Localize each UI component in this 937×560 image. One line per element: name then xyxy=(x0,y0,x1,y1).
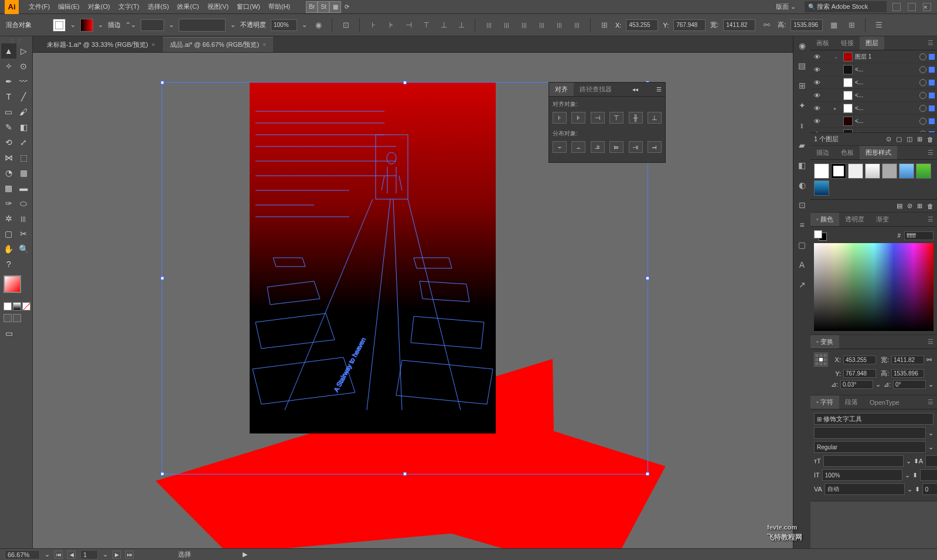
panel-menu-icon[interactable]: ☰ xyxy=(653,86,665,93)
th-input[interactable] xyxy=(891,369,924,378)
style-swatch[interactable] xyxy=(865,163,880,179)
kerning-input[interactable] xyxy=(824,483,905,495)
rectangle-tool[interactable]: ▭ xyxy=(1,104,16,119)
make-clip-icon[interactable]: ▢ xyxy=(896,135,902,143)
dropdown-icon[interactable]: ⌄ xyxy=(905,472,910,479)
layer-name-label[interactable]: <... xyxy=(855,131,917,132)
link-wh-icon[interactable]: ⚯ xyxy=(926,356,932,364)
visibility-toggle-icon[interactable]: 👁 xyxy=(813,131,821,133)
font-size-input[interactable] xyxy=(823,455,904,467)
hscale-input[interactable] xyxy=(920,469,937,481)
selection-handle[interactable] xyxy=(646,276,649,280)
strip-transparency-icon[interactable]: ◧ xyxy=(796,159,808,171)
style-swatch[interactable] xyxy=(882,163,897,179)
mesh-tool[interactable]: ▩ xyxy=(1,180,16,196)
target-icon[interactable] xyxy=(919,131,926,133)
stroke-stepper-icon[interactable]: ⌃⌄ xyxy=(125,21,136,29)
menu-file[interactable]: 文件(F) xyxy=(25,2,54,11)
free-transform-tool[interactable]: ⬚ xyxy=(16,150,32,165)
strip-stroke-icon[interactable]: ⫾ xyxy=(796,119,808,131)
stroke-weight-input[interactable] xyxy=(141,19,164,31)
eraser-tool[interactable]: ◧ xyxy=(16,119,32,135)
layer-row[interactable]: 👁 <... xyxy=(810,128,937,132)
target-icon[interactable] xyxy=(919,53,926,60)
fill-indicator[interactable]: ? xyxy=(1,257,16,272)
stock-icon[interactable]: St xyxy=(318,1,329,13)
shape-builder-tool[interactable]: ◔ xyxy=(1,165,16,180)
panel-menu-icon[interactable]: ☰ xyxy=(924,216,937,223)
style-swatch[interactable] xyxy=(916,163,931,179)
dist-5-icon[interactable]: ⫼ xyxy=(553,19,565,32)
angle-dropdown-icon[interactable]: ⌄ xyxy=(875,381,881,388)
search-stock[interactable]: 🔍 搜索 Adobe Stock xyxy=(805,1,887,12)
blend-tool[interactable]: ⬭ xyxy=(16,196,32,211)
layer-row[interactable]: 👁 <... xyxy=(810,115,937,128)
bridge-icon[interactable]: Br xyxy=(306,1,318,13)
dist-4-icon[interactable]: ⫼ xyxy=(535,19,548,32)
align-left-btn[interactable]: ⊦ xyxy=(553,112,567,124)
delete-style-icon[interactable]: 🗑 xyxy=(927,203,933,210)
extra-icon[interactable]: ⊞ xyxy=(845,19,858,32)
graphic-styles-tab[interactable]: 图形样式 xyxy=(860,146,897,159)
layer-row[interactable]: 👁 <... xyxy=(810,76,937,89)
layer-row[interactable]: 👁 <... xyxy=(810,89,937,102)
strip-gradient-icon[interactable]: ▰ xyxy=(796,139,808,151)
brush-dropdown[interactable] xyxy=(179,19,226,32)
target-icon[interactable] xyxy=(919,79,926,86)
first-artboard-btn[interactable]: ⏮ xyxy=(54,551,63,559)
lasso-tool[interactable]: ⊙ xyxy=(16,59,32,74)
screen-mode-full[interactable] xyxy=(13,314,21,322)
brush-dropdown-arrow[interactable]: ⌄ xyxy=(230,21,236,29)
strip-graphic-styles-icon[interactable]: ⊡ xyxy=(796,199,808,211)
artboard-dropdown-icon[interactable]: ⌄ xyxy=(103,551,108,558)
strip-symbols-icon[interactable]: ✦ xyxy=(796,100,808,111)
visibility-toggle-icon[interactable]: 👁 xyxy=(813,118,821,125)
dist-right-btn[interactable]: ⫤ xyxy=(648,141,662,153)
break-link-icon[interactable]: ⊘ xyxy=(907,202,912,210)
symbol-sprayer-tool[interactable]: ✲ xyxy=(1,211,16,226)
tx-input[interactable] xyxy=(843,356,876,364)
align-vcenter-btn[interactable]: ╫ xyxy=(629,112,643,124)
vscale-input[interactable] xyxy=(822,469,902,481)
color-mode-gradient[interactable] xyxy=(13,302,21,310)
strip-character-icon[interactable]: A xyxy=(796,259,808,271)
expand-arrow-icon[interactable]: ⌄ xyxy=(834,54,841,60)
style-lib-icon[interactable]: ▤ xyxy=(897,202,902,210)
rotate-tool[interactable]: ⟲ xyxy=(1,135,16,150)
layer-name-label[interactable]: <... xyxy=(855,105,917,111)
color-tab[interactable]: ◦ 颜色 xyxy=(810,213,839,226)
shaper-tool[interactable]: ✎ xyxy=(1,119,16,135)
curvature-tool[interactable]: 〰 xyxy=(16,74,32,89)
dropdown-icon[interactable]: ⌄ xyxy=(928,443,933,451)
x-input[interactable] xyxy=(626,19,658,31)
expand-arrow-icon[interactable]: ▸ xyxy=(834,105,841,111)
dropdown-icon[interactable]: ⌄ xyxy=(928,429,933,437)
color-mode-fill[interactable] xyxy=(4,302,12,310)
font-style-input[interactable] xyxy=(814,441,926,453)
arrange-icon[interactable]: ▦ xyxy=(329,1,341,13)
fill-dropdown-icon[interactable]: ⌄ xyxy=(70,21,76,29)
document-tab-2[interactable]: 成品.ai* @ 66.67% (RGB/预览)× xyxy=(163,37,273,52)
menu-help[interactable]: 帮助(H) xyxy=(264,2,294,11)
visibility-toggle-icon[interactable]: 👁 xyxy=(813,66,821,73)
magic-wand-tool[interactable]: ✧ xyxy=(1,59,16,74)
strip-artboards-icon[interactable]: ▢ xyxy=(796,239,808,251)
target-icon[interactable] xyxy=(919,66,926,73)
layer-name-label[interactable]: <... xyxy=(855,66,917,73)
dist-top-btn[interactable]: ⫟ xyxy=(553,141,567,153)
zoom-dropdown-icon[interactable]: ⌄ xyxy=(45,551,50,558)
paragraph-tab[interactable]: 段落 xyxy=(839,395,864,409)
visibility-toggle-icon[interactable]: 👁 xyxy=(813,79,821,86)
window-close[interactable]: × xyxy=(923,3,931,11)
type-tool[interactable]: T xyxy=(1,89,16,104)
stroke-tab[interactable]: 描边 xyxy=(810,146,835,159)
panel-collapse-icon[interactable]: ◂◂ xyxy=(629,86,642,93)
strip-libraries-icon[interactable]: ↗ xyxy=(796,279,808,291)
new-sublayer-icon[interactable]: ◫ xyxy=(907,135,912,143)
shear-dropdown-icon[interactable]: ⌄ xyxy=(928,381,933,388)
opentype-tab[interactable]: OpenType xyxy=(864,397,905,408)
selection-tool[interactable]: ▲ xyxy=(1,43,16,59)
selection-handle[interactable] xyxy=(161,81,164,84)
shear-input[interactable] xyxy=(893,380,926,389)
close-tab-icon[interactable]: × xyxy=(152,42,155,48)
